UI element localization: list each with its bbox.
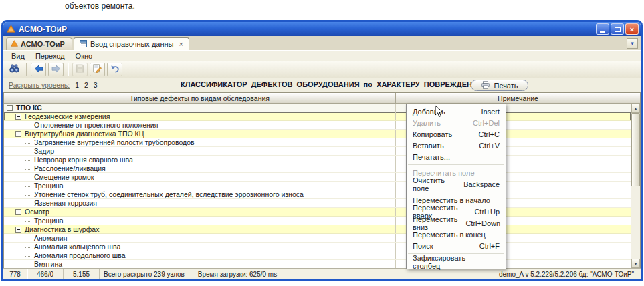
expand-level-1[interactable]: 1 bbox=[75, 81, 79, 89]
minimize-button[interactable] bbox=[596, 23, 609, 35]
menu-item[interactable]: ДобавитьInsert bbox=[407, 106, 506, 117]
status-load-time: Время загрузки: 625/0 ms bbox=[198, 271, 277, 278]
row-label: Непровар корня сварного шва bbox=[34, 156, 133, 164]
print-button-label: Печать bbox=[494, 82, 518, 90]
menu-item[interactable]: Очистить полеBackspace bbox=[407, 178, 506, 190]
scrollbar-thumb[interactable] bbox=[631, 113, 640, 186]
row-label: Осмотр bbox=[25, 208, 49, 216]
menu-item-shortcut: Backspace bbox=[463, 180, 500, 188]
menu-item-label: Переместить в конец bbox=[413, 231, 486, 239]
table-row[interactable]: Непровар корня сварного шва bbox=[4, 156, 631, 164]
collapse-minus-icon[interactable] bbox=[7, 105, 13, 111]
expand-levels-label: Раскрыть уровень: bbox=[9, 81, 70, 89]
table-row[interactable]: Вмятина bbox=[4, 260, 631, 268]
row-label: Геодезические измерения bbox=[25, 112, 110, 120]
menu-item-vid[interactable]: Вид bbox=[6, 51, 30, 61]
collapse-minus-icon[interactable] bbox=[15, 209, 21, 215]
row-label: Трещина bbox=[34, 217, 64, 225]
edit-pencil-icon bbox=[93, 63, 102, 76]
table-row[interactable]: Утонение стенок труб, соединительных дет… bbox=[4, 190, 631, 199]
menu-item-okno[interactable]: Окно bbox=[70, 51, 98, 61]
tree-line bbox=[25, 260, 31, 265]
vertical-scrollbar[interactable] bbox=[631, 104, 640, 268]
status-nodes-summary: Всего раскрыто 239 узлов bbox=[104, 271, 185, 278]
expand-level-2[interactable]: 2 bbox=[84, 81, 88, 89]
tab-home-label: АСМО-ТОиР bbox=[21, 40, 65, 48]
print-button[interactable]: Печать bbox=[471, 80, 528, 91]
menu-item[interactable]: Зафиксировать столбец bbox=[407, 256, 506, 267]
table-row[interactable]: Осмотр bbox=[4, 208, 631, 217]
scroll-down-button[interactable] bbox=[631, 259, 640, 268]
close-button[interactable] bbox=[625, 23, 639, 35]
row-label: Аномалия кольцевого шва bbox=[34, 243, 120, 251]
column-header-note[interactable]: Примечание bbox=[396, 93, 640, 103]
window-controls bbox=[595, 23, 639, 35]
menu-item[interactable]: Переместить внизCtrl+Down bbox=[407, 217, 506, 229]
menu-item[interactable]: Переместить в конец bbox=[407, 229, 506, 240]
maximize-button[interactable] bbox=[611, 23, 624, 35]
menu-item[interactable]: ПоискCtrl+F bbox=[407, 240, 506, 251]
table-row[interactable]: Геодезические измерения bbox=[4, 112, 631, 121]
search-button[interactable] bbox=[7, 63, 22, 76]
edit-button[interactable] bbox=[90, 63, 105, 76]
expand-level-3[interactable]: 3 bbox=[94, 81, 98, 89]
table-row[interactable]: Внутритрубная диагностика ТПО КЦ bbox=[4, 130, 631, 138]
defect-tree-grid: Типовые дефекты по видам обследования Пр… bbox=[3, 92, 641, 268]
row-label: Аномалия продольного шва bbox=[34, 251, 125, 259]
background-text: объектов ремонта. bbox=[65, 1, 135, 11]
menu-item-shortcut: Ctrl+Down bbox=[465, 219, 500, 227]
window-titlebar[interactable]: АСМО-ТОиР bbox=[3, 22, 641, 36]
table-row[interactable]: Задир bbox=[4, 147, 631, 156]
tab-home[interactable]: АСМО-ТОиР bbox=[6, 37, 72, 50]
table-row[interactable]: Язвенная коррозия bbox=[4, 199, 631, 208]
column-header-defects[interactable]: Типовые дефекты по видам обследования bbox=[4, 93, 396, 103]
scroll-up-button[interactable] bbox=[631, 104, 640, 113]
status-connection-info: demo_A v 5.2.229/5.2.206 бд: "АСМО-ТОиР" bbox=[495, 269, 641, 279]
menu-item-shortcut: Ctrl+C bbox=[479, 130, 500, 138]
undo-arrow-icon bbox=[110, 63, 120, 76]
collapse-minus-icon[interactable] bbox=[15, 114, 21, 120]
status-bar: 778 466/0 5.155 Всего раскрыто 239 узлов… bbox=[3, 268, 641, 279]
row-label: Утонение стенок труб, соединительных дет… bbox=[34, 190, 304, 198]
table-row[interactable]: Трещина bbox=[4, 217, 631, 225]
menu-item[interactable]: Печатать... bbox=[407, 151, 506, 162]
grid-body: ТПО КСГеодезические измеренияОтклонение … bbox=[4, 104, 640, 268]
table-row[interactable]: Аномалия кольцевого шва bbox=[4, 243, 631, 251]
status-cell-position: 466/0 bbox=[27, 269, 64, 279]
table-row[interactable]: Загрязнение внутренней полости трубопров… bbox=[4, 138, 631, 147]
tree-line bbox=[25, 156, 31, 161]
row-label: Отклонение от проектного положения bbox=[34, 121, 158, 129]
table-row[interactable]: Диагностика в шурфах bbox=[4, 225, 631, 234]
toolbar-separator bbox=[68, 63, 68, 76]
menu-item[interactable]: КопироватьCtrl+C bbox=[407, 128, 506, 140]
table-row[interactable]: Аномалия продольного шва bbox=[4, 251, 631, 260]
menu-item-label: Очистить поле bbox=[413, 176, 455, 192]
tab-close-icon[interactable] bbox=[179, 40, 183, 48]
tree-line bbox=[25, 234, 31, 239]
menu-item-label: Поиск bbox=[413, 242, 433, 250]
tab-active[interactable]: Ввод справочных данны bbox=[74, 37, 189, 50]
save-disk-icon bbox=[76, 63, 84, 76]
forward-button[interactable] bbox=[48, 63, 64, 76]
scrollbar-track[interactable] bbox=[631, 186, 640, 259]
menu-bar: Вид Переход Окно bbox=[3, 50, 641, 61]
menu-item-label: Копировать bbox=[413, 130, 452, 138]
collapse-minus-icon[interactable] bbox=[15, 227, 21, 233]
menu-item-perehod[interactable]: Переход bbox=[30, 51, 70, 61]
undo-button[interactable] bbox=[107, 63, 122, 76]
status-info: Всего раскрыто 239 узлов Время загрузки:… bbox=[100, 269, 495, 279]
collapse-minus-icon[interactable] bbox=[15, 131, 21, 137]
back-button[interactable] bbox=[31, 63, 46, 76]
table-row[interactable]: ТПО КС bbox=[4, 104, 631, 112]
table-row[interactable]: Расслоение/ликвация bbox=[4, 164, 631, 173]
table-row[interactable]: Аномалия bbox=[4, 234, 631, 243]
table-row[interactable]: Отклонение от проектного положения bbox=[4, 121, 631, 130]
menu-item[interactable]: ВставитьCtrl+V bbox=[407, 140, 506, 151]
table-row[interactable]: Трещина bbox=[4, 182, 631, 190]
row-label: Диагностика в шурфах bbox=[25, 225, 99, 233]
binoculars-icon bbox=[9, 63, 19, 76]
tree-line bbox=[25, 138, 31, 144]
table-row[interactable]: Смещение кромок bbox=[4, 173, 631, 182]
tab-list-dropdown[interactable] bbox=[627, 38, 638, 49]
forward-arrow-icon bbox=[51, 63, 61, 76]
